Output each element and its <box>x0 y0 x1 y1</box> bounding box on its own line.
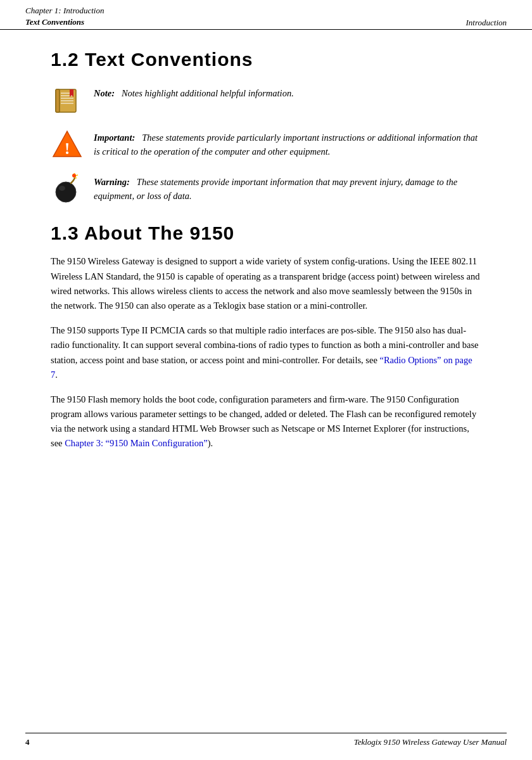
important-description: These statements provide particularly im… <box>94 132 478 157</box>
warning-label: Warning: <box>94 177 130 187</box>
warning-block: Warning: These statements provide import… <box>51 172 481 205</box>
note-text: Note: Notes highlight additional helpful… <box>94 83 294 101</box>
important-label: Important: <box>94 132 135 143</box>
section-label: Text Conventions <box>25 16 104 28</box>
para-3-end: ). <box>208 438 213 448</box>
para-1: The 9150 Wireless Gateway is designed to… <box>51 254 481 313</box>
page-header: Chapter 1: Introduction Text Conventions… <box>0 0 532 30</box>
chapter-label: Chapter 1: Introduction <box>25 5 104 16</box>
svg-point-16 <box>59 186 65 191</box>
warning-icon <box>51 172 84 205</box>
section-1-2-heading: 1.2 Text Conventions <box>51 49 481 70</box>
note-label: Note: <box>94 88 115 98</box>
para-2-end: . <box>55 370 58 380</box>
note-block: Note: Notes highlight additional helpful… <box>51 83 481 116</box>
chapter-3-link[interactable]: Chapter 3: “9150 Main Configuration” <box>65 438 208 448</box>
important-icon: ! <box>51 127 84 160</box>
svg-point-11 <box>56 182 76 202</box>
para-3: The 9150 Flash memory holds the boot cod… <box>51 392 481 451</box>
note-icon <box>51 83 84 116</box>
note-description: Notes highlight additional helpful infor… <box>122 88 294 98</box>
svg-line-14 <box>76 175 78 176</box>
important-block: ! Important: These statements provide pa… <box>51 127 481 160</box>
page-footer: 4 Teklogix 9150 Wireless Gateway User Ma… <box>25 733 507 747</box>
important-text: Important: These statements provide part… <box>94 127 481 159</box>
main-content: 1.2 Text Conventions Note: Not <box>0 30 532 486</box>
svg-point-12 <box>72 174 76 177</box>
section-1-3-heading: 1.3 About The 9150 <box>51 222 481 244</box>
page-number: 4 <box>25 737 30 747</box>
warning-description: These statements provide important infor… <box>94 177 457 201</box>
svg-line-13 <box>74 173 75 174</box>
header-left: Chapter 1: Introduction Text Conventions <box>25 5 104 28</box>
svg-line-15 <box>75 177 77 178</box>
header-right: Introduction <box>466 18 507 28</box>
footer-title: Teklogix 9150 Wireless Gateway User Manu… <box>354 737 507 747</box>
para-2: The 9150 supports Type II PCMCIA cards s… <box>51 323 481 382</box>
svg-rect-1 <box>56 89 60 112</box>
svg-text:!: ! <box>65 139 70 158</box>
warning-text: Warning: These statements provide import… <box>94 172 481 203</box>
